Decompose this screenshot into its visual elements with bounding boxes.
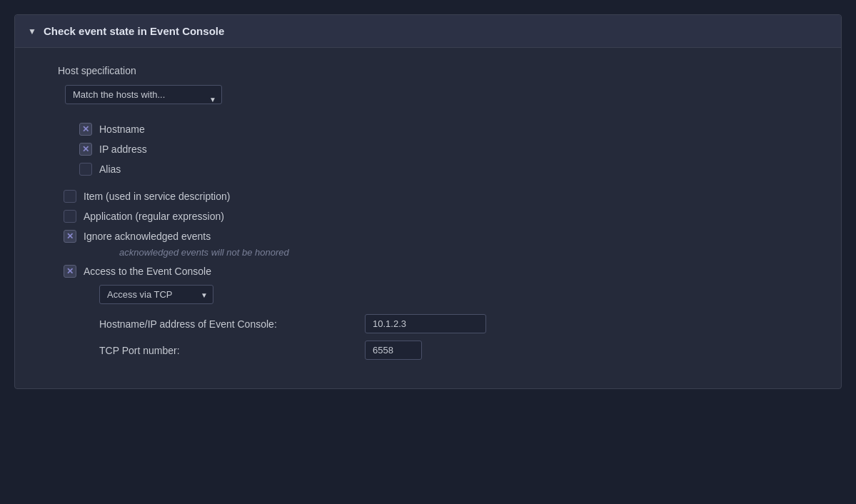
application-checkbox-row: Application (regular expression) <box>64 210 812 223</box>
hostname-ip-field-label: Hostname/IP address of Event Console: <box>99 318 356 330</box>
panel-title: Check event state in Event Console <box>44 25 224 37</box>
collapse-icon[interactable]: ▼ <box>28 26 36 36</box>
ignore-acknowledged-checkbox[interactable]: ✕ <box>64 230 76 243</box>
ignore-acknowledged-checkbox-row: ✕ Ignore acknowledged events <box>64 230 812 243</box>
tcp-port-label: TCP Port number: <box>99 345 356 356</box>
hostname-ip-row: Hostname/IP address of Event Console: <box>64 314 812 333</box>
host-specification-section: Host specification Match the hosts with.… <box>44 65 812 176</box>
alias-checkbox-row: Alias <box>79 163 812 176</box>
ip-address-label: IP address <box>99 143 147 155</box>
access-via-dropdown-wrapper[interactable]: Access via TCP Access via UNIX socket <box>99 285 213 304</box>
hostname-checkbox[interactable]: ✕ <box>79 123 92 136</box>
access-event-console-checkbox-row: ✕ Access to the Event Console <box>64 265 812 278</box>
main-panel: ▼ Check event state in Event Console Hos… <box>14 14 842 389</box>
ignore-acknowledged-hint: acknowledged events will not be honored <box>64 247 812 258</box>
ignore-acknowledged-label: Ignore acknowledged events <box>84 231 211 242</box>
application-checkbox[interactable] <box>64 210 76 223</box>
other-options-section: Item (used in service description) Appli… <box>44 190 812 360</box>
item-checkbox-row: Item (used in service description) <box>64 190 812 203</box>
application-label: Application (regular expression) <box>84 211 224 222</box>
hostname-ip-input[interactable] <box>365 314 486 333</box>
tcp-port-row: TCP Port number: <box>64 341 812 360</box>
match-hosts-dropdown[interactable]: Match the hosts with... Match all hosts <box>65 85 222 104</box>
hostname-checkbox-row: ✕ Hostname <box>79 123 812 136</box>
item-checkbox[interactable] <box>64 190 76 203</box>
access-via-dropdown[interactable]: Access via TCP Access via UNIX socket <box>99 285 213 304</box>
host-match-options: ✕ Hostname ✕ IP address Alias <box>44 123 812 176</box>
panel-body: Host specification Match the hosts with.… <box>15 48 841 388</box>
item-label: Item (used in service description) <box>84 191 230 202</box>
host-specification-label: Host specification <box>44 65 812 76</box>
panel-header: ▼ Check event state in Event Console <box>15 15 841 48</box>
ip-address-checkbox[interactable]: ✕ <box>79 143 92 156</box>
access-event-console-label: Access to the Event Console <box>84 266 211 277</box>
tcp-port-input[interactable] <box>365 341 422 360</box>
ip-address-checkbox-row: ✕ IP address <box>79 143 812 156</box>
hostname-label: Hostname <box>99 124 145 135</box>
match-hosts-dropdown-wrapper[interactable]: Match the hosts with... Match all hosts <box>65 85 222 113</box>
alias-label: Alias <box>99 163 121 175</box>
alias-checkbox[interactable] <box>79 163 92 176</box>
access-event-console-checkbox[interactable]: ✕ <box>64 265 76 278</box>
